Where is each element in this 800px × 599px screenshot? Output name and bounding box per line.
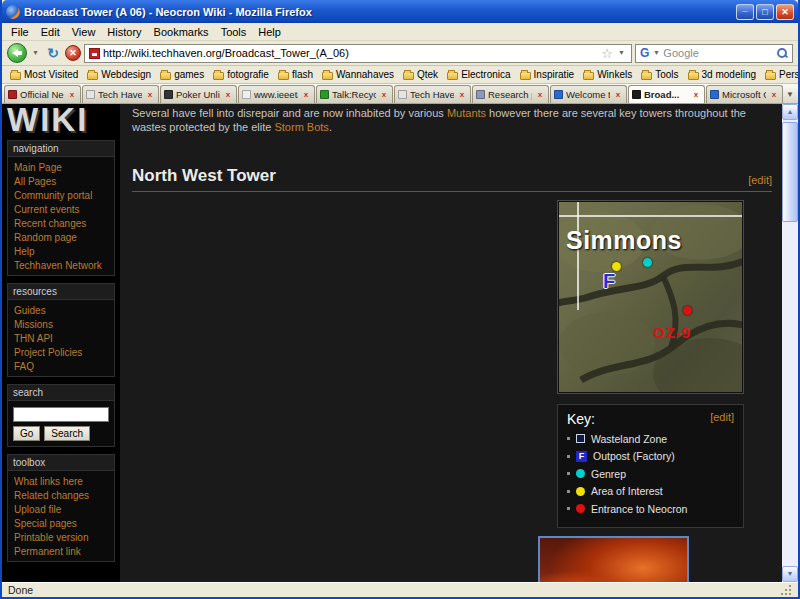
sidebar-link-upload-file[interactable]: Upload file — [14, 504, 61, 515]
sidebar-link-permanent-link[interactable]: Permanent link — [14, 546, 81, 557]
menu-edit[interactable]: Edit — [35, 25, 66, 39]
sidebar-link-all-pages[interactable]: All Pages — [14, 176, 56, 187]
sidebar-link-thn-api[interactable]: THN API — [14, 333, 53, 344]
minimize-button[interactable] — [736, 4, 754, 20]
section-heading-row: North West Tower [edit] — [132, 166, 772, 192]
tab-close-icon[interactable]: x — [379, 90, 389, 100]
sidebar-link-project-policies[interactable]: Project Policies — [14, 347, 82, 358]
tab-close-icon[interactable]: x — [145, 90, 155, 100]
wiki-search-input[interactable] — [13, 407, 109, 422]
menu-file[interactable]: File — [5, 25, 35, 39]
menu-bookmarks[interactable]: Bookmarks — [148, 25, 215, 39]
bookmark-item[interactable]: Qtek — [399, 68, 442, 81]
search-input[interactable]: Google — [663, 47, 773, 59]
tab-close-icon[interactable]: x — [457, 90, 467, 100]
mutants-link[interactable]: Mutants — [447, 107, 486, 119]
tab[interactable]: Tech Haven...x — [82, 85, 159, 103]
bookmark-item[interactable]: Winkels — [579, 68, 636, 81]
maximize-button[interactable] — [756, 4, 774, 20]
bookmark-item[interactable]: Wannahaves — [318, 68, 398, 81]
tab[interactable]: www.ieeeta...x — [238, 85, 315, 103]
close-button[interactable] — [776, 4, 794, 20]
tab-label: Microsoft O... — [722, 89, 766, 100]
url-dropdown[interactable]: ▼ — [616, 44, 627, 62]
tab[interactable]: Welcome to...x — [550, 85, 627, 103]
tab[interactable]: Poker Unlimi...x — [160, 85, 237, 103]
bookmark-item[interactable]: flash — [274, 68, 317, 81]
scroll-down-button[interactable] — [782, 566, 798, 582]
menu-tools[interactable]: Tools — [215, 25, 253, 39]
bookmark-item[interactable]: Personal — [761, 68, 798, 81]
stop-button[interactable] — [65, 45, 81, 61]
scrollbar-thumb[interactable] — [782, 122, 798, 222]
key-item-label: Area of Interest — [591, 485, 663, 497]
storm-bots-link[interactable]: Storm Bots — [274, 121, 328, 133]
tab-close-icon[interactable]: x — [613, 90, 623, 100]
tab-favicon — [710, 90, 719, 99]
bookmark-item[interactable]: Electronica — [443, 68, 514, 81]
key-title: Key: — [567, 411, 710, 427]
sidebar-link-techhaven-network[interactable]: Techhaven Network — [14, 260, 102, 271]
back-history-dropdown[interactable]: ▼ — [30, 44, 41, 62]
bookmark-item[interactable]: games — [156, 68, 208, 81]
url-bar[interactable]: http://wiki.techhaven.org/Broadcast_Towe… — [84, 44, 632, 63]
tab-list-dropdown[interactable]: ▼ — [784, 87, 796, 103]
scroll-up-button[interactable] — [782, 104, 798, 120]
tab-close-icon[interactable]: x — [769, 90, 779, 100]
key-edit-link[interactable]: [edit] — [710, 411, 734, 423]
magnifier-icon[interactable] — [776, 47, 788, 59]
bookmark-label: Personal — [779, 69, 798, 80]
bookmark-item[interactable]: 3d modeling — [684, 68, 760, 81]
section-edit-link[interactable]: [edit] — [748, 174, 772, 186]
tab-close-icon[interactable]: x — [301, 90, 311, 100]
sidebar-link-printable-version[interactable]: Printable version — [14, 532, 88, 543]
bookmark-item[interactable]: Inspiratie — [516, 68, 579, 81]
search-engine-dropdown[interactable]: ▼ — [652, 44, 660, 62]
zone-map-thumbnail[interactable]: Simmons F OZ-9 — [557, 200, 744, 394]
tab[interactable]: Tech Haven...x — [394, 85, 471, 103]
resize-grip[interactable] — [780, 584, 792, 596]
sidebar-link-related-changes[interactable]: Related changes — [14, 490, 89, 501]
bookmark-item[interactable]: fotografie — [209, 68, 273, 81]
vertical-scrollbar[interactable] — [782, 104, 798, 582]
bookmark-item[interactable]: Tools — [637, 68, 682, 81]
bookmark-item[interactable]: Most Visited — [6, 68, 82, 81]
sidebar-link-guides[interactable]: Guides — [14, 305, 46, 316]
menu-view[interactable]: View — [66, 25, 102, 39]
bookmark-star-icon[interactable] — [601, 45, 613, 62]
sidebar-link-help[interactable]: Help — [14, 246, 35, 257]
menu-help[interactable]: Help — [252, 25, 287, 39]
tab-close-icon[interactable]: x — [223, 90, 233, 100]
tab[interactable]: Research pr...x — [472, 85, 549, 103]
sidebar-link-recent-changes[interactable]: Recent changes — [14, 218, 86, 229]
sidebar-link-faq[interactable]: FAQ — [14, 361, 34, 372]
sidebar-link-main-page[interactable]: Main Page — [14, 162, 62, 173]
menu-history[interactable]: History — [101, 25, 147, 39]
sidebar-link-community-portal[interactable]: Community portal — [14, 190, 92, 201]
tab-close-icon[interactable]: x — [691, 90, 701, 100]
sidebar-link-missions[interactable]: Missions — [14, 319, 53, 330]
back-button[interactable] — [7, 43, 27, 63]
tab[interactable]: Microsoft O...x — [706, 85, 783, 103]
sidebar-link-random-page[interactable]: Random page — [14, 232, 77, 243]
wiki-sidebar: WIKI navigation Main Page All Pages Comm… — [2, 104, 120, 582]
search-box[interactable]: G ▼ Google — [635, 44, 793, 63]
tab-close-icon[interactable]: x — [535, 90, 545, 100]
sidebar-link-special-pages[interactable]: Special pages — [14, 518, 77, 529]
go-button[interactable]: Go — [13, 426, 40, 441]
tab[interactable]: Official Neo...x — [4, 85, 81, 103]
sidebar-link-current-events[interactable]: Current events — [14, 204, 80, 215]
tab-active[interactable]: Broad...x — [628, 85, 705, 103]
tab[interactable]: Talk:Recycl...x — [316, 85, 393, 103]
folder-icon — [160, 72, 171, 80]
wiki-logo[interactable]: WIKI — [2, 104, 120, 133]
storm-sky-image[interactable] — [538, 536, 689, 582]
tab-close-icon[interactable]: x — [67, 90, 77, 100]
bookmark-item[interactable]: Webdesign — [83, 68, 155, 81]
tab-favicon — [320, 90, 329, 99]
url-text[interactable]: http://wiki.techhaven.org/Broadcast_Towe… — [103, 47, 598, 59]
sidebar-link-what-links-here[interactable]: What links here — [14, 476, 83, 487]
reload-button[interactable] — [44, 44, 62, 62]
search-button[interactable]: Search — [44, 426, 90, 441]
status-text: Done — [8, 584, 780, 596]
